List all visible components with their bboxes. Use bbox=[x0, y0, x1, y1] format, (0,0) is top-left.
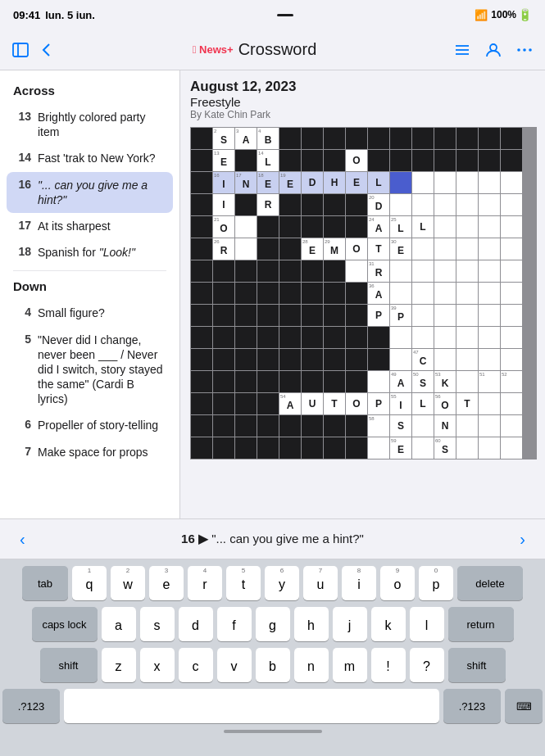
grid-cell[interactable] bbox=[390, 349, 411, 370]
clue-across-13[interactable]: 13 Brightly colored party item bbox=[0, 104, 179, 145]
grid-cell[interactable] bbox=[412, 283, 434, 304]
grid-cell[interactable] bbox=[390, 128, 411, 149]
grid-cell[interactable] bbox=[412, 437, 434, 459]
grid-cell[interactable] bbox=[191, 150, 212, 171]
grid-cell[interactable]: 58 bbox=[368, 415, 389, 437]
key-f[interactable]: f bbox=[217, 607, 252, 641]
grid-cell[interactable]: 23 bbox=[346, 216, 367, 238]
grid-cell[interactable]: 19E bbox=[279, 172, 301, 193]
clue-across-18[interactable]: 18 Spanish for "Look!" bbox=[0, 239, 179, 265]
grid-cell[interactable] bbox=[235, 216, 257, 238]
grid-cell[interactable] bbox=[434, 283, 456, 304]
key-h[interactable]: h bbox=[294, 607, 329, 641]
key-w[interactable]: 2w bbox=[111, 566, 145, 600]
grid-cell[interactable]: 37 bbox=[213, 305, 234, 326]
grid-cell[interactable] bbox=[501, 393, 522, 414]
grid-cell[interactable]: O bbox=[346, 393, 367, 414]
grid-cell[interactable] bbox=[368, 128, 389, 149]
grid-cell[interactable] bbox=[191, 371, 212, 392]
grid-cell[interactable] bbox=[390, 194, 411, 215]
grid-cell[interactable]: 49A bbox=[390, 371, 411, 392]
next-clue-button[interactable]: › bbox=[513, 527, 532, 552]
grid-cell[interactable] bbox=[279, 128, 301, 149]
key-i[interactable]: 8i bbox=[342, 566, 376, 600]
shift-right-key[interactable]: shift bbox=[448, 648, 506, 682]
grid-cell[interactable] bbox=[235, 371, 257, 392]
grid-cell[interactable] bbox=[279, 150, 301, 171]
symbols-left-key[interactable]: .?123 bbox=[2, 689, 60, 723]
grid-cell[interactable] bbox=[479, 415, 500, 437]
grid-cell[interactable]: S bbox=[390, 415, 411, 437]
grid-cell[interactable] bbox=[479, 194, 500, 215]
grid-cell[interactable] bbox=[279, 437, 301, 459]
key-t[interactable]: 5t bbox=[226, 566, 261, 600]
grid-cell[interactable] bbox=[235, 393, 257, 414]
grid-cell[interactable] bbox=[191, 194, 212, 215]
person-button[interactable] bbox=[484, 41, 502, 59]
grid-cell[interactable]: 28E bbox=[302, 238, 323, 260]
key-exclaim[interactable]: ! bbox=[371, 648, 406, 682]
grid-cell[interactable] bbox=[479, 260, 500, 282]
grid-cell[interactable]: 53K bbox=[434, 371, 456, 392]
grid-cell[interactable] bbox=[235, 238, 257, 260]
grid-cell[interactable] bbox=[434, 238, 456, 260]
grid-cell[interactable] bbox=[346, 371, 367, 392]
grid-cell[interactable] bbox=[456, 128, 478, 149]
grid-cell[interactable]: P bbox=[368, 305, 389, 326]
grid-cell[interactable] bbox=[479, 393, 500, 414]
key-m[interactable]: m bbox=[333, 648, 367, 682]
key-x[interactable]: x bbox=[140, 648, 175, 682]
grid-cell[interactable] bbox=[501, 128, 522, 149]
grid-cell[interactable] bbox=[346, 415, 367, 437]
grid-cell[interactable]: 47C bbox=[412, 349, 434, 370]
grid-cell[interactable] bbox=[279, 260, 301, 282]
grid-cell[interactable] bbox=[390, 172, 411, 193]
grid-cell[interactable] bbox=[368, 327, 389, 348]
grid-cell[interactable]: T bbox=[456, 393, 478, 414]
key-b[interactable]: b bbox=[256, 648, 290, 682]
grid-cell[interactable] bbox=[456, 283, 478, 304]
grid-cell[interactable]: 4B bbox=[257, 128, 279, 149]
grid-cell[interactable]: O bbox=[346, 238, 367, 260]
list-button[interactable] bbox=[453, 41, 471, 59]
grid-cell[interactable] bbox=[479, 172, 500, 193]
grid-cell[interactable]: L bbox=[412, 216, 434, 238]
grid-cell[interactable]: 13E bbox=[213, 150, 234, 171]
grid-cell[interactable] bbox=[302, 128, 323, 149]
grid-cell[interactable] bbox=[434, 216, 456, 238]
grid-cell[interactable] bbox=[412, 305, 434, 326]
grid-cell[interactable] bbox=[235, 150, 257, 171]
key-u[interactable]: 7u bbox=[303, 566, 338, 600]
key-o[interactable]: 9o bbox=[380, 566, 415, 600]
grid-cell[interactable]: 16I bbox=[213, 172, 234, 193]
grid-cell[interactable] bbox=[501, 305, 522, 326]
grid-cell[interactable]: 41 bbox=[302, 327, 323, 348]
key-d[interactable]: d bbox=[179, 607, 213, 641]
grid-cell[interactable]: T bbox=[368, 238, 389, 260]
grid-cell[interactable]: 55I bbox=[390, 393, 411, 414]
grid-cell[interactable] bbox=[368, 150, 389, 171]
grid-cell[interactable]: T bbox=[324, 393, 345, 414]
grid-cell[interactable] bbox=[213, 371, 234, 392]
grid-cell[interactable] bbox=[279, 305, 301, 326]
grid-cell[interactable] bbox=[235, 415, 257, 437]
key-p[interactable]: 0p bbox=[419, 566, 453, 600]
key-l[interactable]: l bbox=[410, 607, 444, 641]
clue-across-16[interactable]: 16 "... can you give me a hint?" bbox=[7, 172, 173, 213]
grid-cell[interactable] bbox=[191, 305, 212, 326]
key-g[interactable]: g bbox=[256, 607, 290, 641]
grid-cell[interactable] bbox=[235, 437, 257, 459]
grid-cell[interactable] bbox=[257, 327, 279, 348]
grid-cell[interactable] bbox=[257, 305, 279, 326]
key-j[interactable]: j bbox=[333, 607, 367, 641]
grid-cell[interactable] bbox=[501, 238, 522, 260]
grid-cell[interactable] bbox=[456, 415, 478, 437]
grid-cell[interactable] bbox=[368, 371, 389, 392]
grid-cell[interactable] bbox=[479, 305, 500, 326]
key-z[interactable]: z bbox=[102, 648, 136, 682]
more-button[interactable] bbox=[515, 41, 534, 59]
grid-cell[interactable] bbox=[279, 371, 301, 392]
grid-cell[interactable] bbox=[302, 194, 323, 215]
grid-cell[interactable]: 21O bbox=[213, 216, 234, 238]
key-y[interactable]: 6y bbox=[265, 566, 299, 600]
